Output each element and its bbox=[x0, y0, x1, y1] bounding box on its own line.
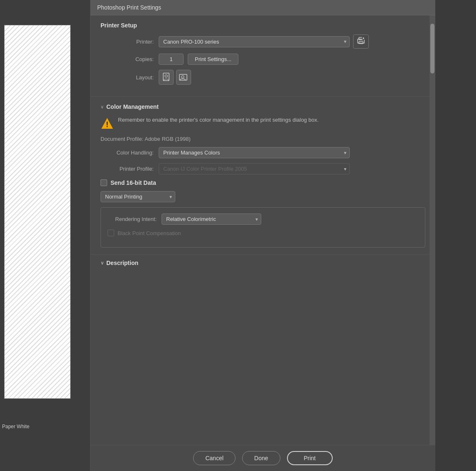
color-management-title-row: ∨ Color Management bbox=[101, 103, 425, 110]
printer-profile-select: Canon IJ Color Printer Profile 2005 bbox=[159, 163, 350, 174]
dialog: Photoshop Print Settings Printer Setup P… bbox=[91, 0, 435, 471]
printer-row: Printer: Canon PRO-100 series bbox=[101, 34, 425, 49]
preview-hatch bbox=[5, 25, 70, 398]
print-button[interactable]: Print bbox=[287, 451, 333, 465]
send-16bit-checkbox[interactable] bbox=[101, 179, 107, 186]
scrollbar-thumb[interactable] bbox=[430, 24, 434, 74]
description-chevron[interactable]: ∨ bbox=[101, 260, 104, 266]
color-handling-select[interactable]: Printer Manages ColorsPhotoshop Manages … bbox=[159, 147, 350, 158]
color-handling-label: Color Handling: bbox=[101, 150, 159, 156]
printer-label: Printer: bbox=[101, 39, 159, 45]
printer-profile-label: Printer Profile: bbox=[101, 166, 159, 172]
color-management-section: ∨ Color Management ! Remember to enable … bbox=[91, 97, 435, 255]
rendering-intent-label: Rendering Intent: bbox=[108, 216, 162, 222]
layout-label: Layout: bbox=[101, 74, 159, 81]
black-point-checkbox bbox=[108, 230, 114, 236]
normal-printing-select[interactable]: Normal PrintingHard Proofing bbox=[101, 191, 175, 202]
normal-printing-select-wrapper[interactable]: Normal PrintingHard Proofing bbox=[101, 191, 175, 202]
description-section: ∨ Description bbox=[91, 255, 435, 270]
layout-portrait-button[interactable] bbox=[159, 70, 174, 85]
printer-profile-row: Printer Profile: Canon IJ Color Printer … bbox=[101, 163, 425, 174]
scrollbar[interactable] bbox=[429, 15, 435, 445]
copies-label: Copies: bbox=[101, 56, 159, 62]
color-handling-row: Color Handling: Printer Manages ColorsPh… bbox=[101, 147, 425, 158]
paper-white-label: Paper White bbox=[2, 424, 29, 429]
color-management-chevron[interactable]: ∨ bbox=[101, 104, 104, 110]
warning-text: Remember to enable the printer's color m… bbox=[118, 116, 319, 124]
preview-canvas bbox=[4, 25, 71, 399]
printer-icon-button[interactable] bbox=[353, 34, 369, 49]
warning-icon: ! bbox=[101, 117, 114, 130]
printer-setup-section: Printer Setup Printer: Canon PRO-100 ser… bbox=[91, 15, 435, 97]
layout-row: Layout: bbox=[101, 70, 425, 85]
rendering-intent-row: Rendering Intent: Relative ColorimetricP… bbox=[108, 213, 418, 225]
send-16bit-label: Send 16-bit Data bbox=[110, 179, 156, 186]
rendering-box: Rendering Intent: Relative ColorimetricP… bbox=[101, 207, 425, 248]
printing-mode-row: Normal PrintingHard Proofing bbox=[101, 191, 425, 202]
layout-landscape-button[interactable] bbox=[176, 70, 191, 85]
rendering-intent-select-wrapper[interactable]: Relative ColorimetricPerceptualSaturatio… bbox=[162, 213, 261, 225]
done-button[interactable]: Done bbox=[242, 451, 280, 465]
printer-profile-select-wrapper: Canon IJ Color Printer Profile 2005 bbox=[159, 163, 350, 174]
dialog-title: Photoshop Print Settings bbox=[97, 4, 161, 11]
copies-row: Copies: Print Settings... bbox=[101, 54, 425, 65]
copies-input[interactable] bbox=[159, 54, 184, 65]
printer-setup-title: Printer Setup bbox=[101, 22, 425, 29]
dialog-content: Printer Setup Printer: Canon PRO-100 ser… bbox=[91, 15, 435, 445]
warning-row: ! Remember to enable the printer's color… bbox=[101, 116, 425, 130]
svg-point-9 bbox=[182, 76, 184, 78]
send-16bit-row: Send 16-bit Data bbox=[101, 179, 425, 186]
svg-point-7 bbox=[165, 75, 167, 77]
color-management-title: Color Management bbox=[106, 103, 159, 110]
dialog-footer: Cancel Done Print bbox=[91, 445, 435, 471]
title-bar: Photoshop Print Settings bbox=[91, 0, 435, 15]
description-title: Description bbox=[106, 260, 138, 266]
cancel-button[interactable]: Cancel bbox=[193, 451, 236, 465]
color-handling-select-wrapper[interactable]: Printer Manages ColorsPhotoshop Manages … bbox=[159, 147, 350, 158]
document-profile: Document Profile: Adobe RGB (1998) bbox=[101, 136, 425, 142]
layout-icons bbox=[159, 70, 191, 85]
printer-select-wrapper[interactable]: Canon PRO-100 series bbox=[159, 36, 350, 47]
black-point-row: Black Point Compensation bbox=[108, 230, 418, 236]
preview-panel: Paper White bbox=[0, 0, 91, 471]
svg-rect-2 bbox=[359, 42, 363, 44]
black-point-label: Black Point Compensation bbox=[118, 230, 181, 236]
description-title-row: ∨ Description bbox=[101, 260, 425, 266]
printer-select[interactable]: Canon PRO-100 series bbox=[159, 36, 350, 47]
svg-text:!: ! bbox=[106, 120, 108, 129]
print-settings-button[interactable]: Print Settings... bbox=[188, 54, 238, 65]
rendering-intent-select[interactable]: Relative ColorimetricPerceptualSaturatio… bbox=[162, 213, 261, 225]
